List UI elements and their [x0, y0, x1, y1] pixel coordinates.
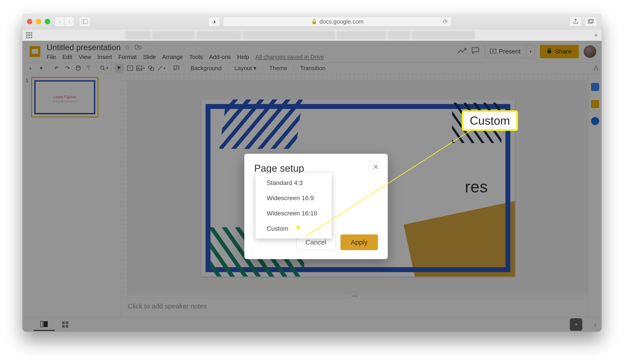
option-standard[interactable]: Standard 4:3 — [256, 175, 332, 190]
close-window-icon[interactable] — [27, 19, 32, 24]
browser-tab[interactable] — [337, 31, 386, 39]
browser-tab[interactable] — [152, 31, 195, 39]
extension-icon[interactable]: ◑ — [208, 17, 220, 26]
reload-icon[interactable]: ⟳ — [443, 18, 448, 25]
window-controls — [27, 19, 50, 24]
minimize-window-icon[interactable] — [36, 19, 41, 24]
forward-button[interactable]: › — [65, 17, 75, 26]
apps-launcher-icon[interactable] — [23, 29, 36, 41]
maximize-window-icon[interactable] — [45, 19, 50, 24]
svg-rect-2 — [588, 20, 592, 23]
back-button[interactable]: ‹ — [55, 17, 65, 26]
browser-tab[interactable] — [196, 31, 241, 39]
browser-titlebar: ‹ › ◑ 🔒 docs.google.com ⟳ — [23, 13, 601, 29]
browser-tab[interactable] — [412, 31, 475, 39]
option-widescreen-1610[interactable]: Widescreen 16:10 — [256, 206, 332, 221]
browser-tab[interactable] — [243, 31, 335, 39]
option-custom[interactable]: Custom — [256, 221, 332, 236]
address-bar[interactable]: 🔒 docs.google.com ⟳ — [223, 17, 452, 26]
page-size-dropdown: Standard 4:3 Widescreen 16:9 Widescreen … — [256, 173, 332, 238]
annotation-dot — [296, 226, 300, 229]
url-text: docs.google.com — [319, 18, 364, 25]
new-tab-button[interactable]: + — [590, 31, 601, 39]
dialog-title: Page setup — [254, 163, 378, 174]
annotation-callout: Custom — [462, 110, 518, 131]
browser-tabstrip: + — [23, 29, 601, 41]
share-icon[interactable] — [569, 17, 582, 26]
apply-button[interactable]: Apply — [340, 234, 378, 250]
svg-rect-3 — [589, 19, 593, 23]
tabs-icon[interactable] — [585, 17, 597, 26]
option-widescreen-169[interactable]: Widescreen 16:9 — [256, 190, 332, 206]
sidebar-toggle-icon[interactable] — [79, 17, 91, 26]
lock-icon: 🔒 — [311, 19, 317, 25]
browser-tab[interactable] — [126, 31, 150, 39]
svg-rect-0 — [82, 19, 88, 24]
close-icon[interactable]: ✕ — [373, 163, 379, 171]
browser-tab[interactable] — [388, 31, 410, 39]
